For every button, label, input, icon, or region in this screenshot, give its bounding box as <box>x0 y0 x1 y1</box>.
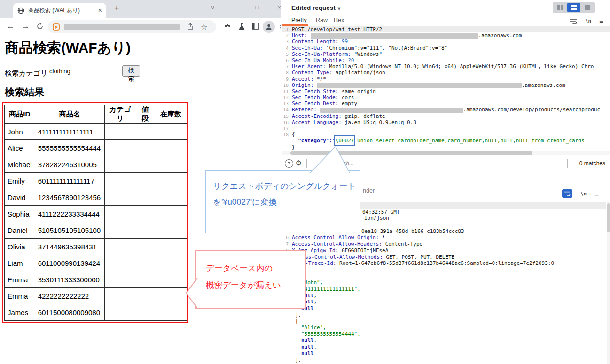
extensions-puzzle-icon[interactable] <box>224 22 232 31</box>
tab-raw[interactable]: Raw <box>316 17 328 23</box>
code-line: 1POST /develop/waf-test HTTP/2 <box>282 26 610 32</box>
request-editor[interactable]: 1POST /develop/waf-test HTTP/22Host: .am… <box>282 26 610 150</box>
table-cell: Sophia <box>5 206 35 222</box>
wrap-lines-active-icon[interactable] <box>562 189 572 198</box>
scrollbar-thumb[interactable] <box>607 203 610 232</box>
layout-toggle-group <box>553 2 595 13</box>
tab-pretty[interactable]: Pretty <box>291 17 307 23</box>
layout-stacked-button[interactable] <box>567 3 580 12</box>
table-cell <box>104 206 136 222</box>
bookmark-star-icon[interactable]: ☆ <box>201 23 207 31</box>
layout-single-button[interactable] <box>581 3 594 12</box>
table-cell: Michael <box>5 156 35 173</box>
show-newlines-icon[interactable]: \n <box>580 191 587 197</box>
code-line: cess-Control-Allow-Methods: GET, POST, P… <box>282 254 606 261</box>
table-cell <box>136 288 155 304</box>
code-segment: .amazonaws.com/develop/products/searchpr… <box>463 107 600 113</box>
bars <box>571 5 577 10</box>
table-header-row: 商品ID商品名カテゴリ値段在庫数 <box>5 105 187 124</box>
code-line: "4111111111111111", <box>282 286 606 293</box>
table-cell: Emma <box>5 271 35 288</box>
code-segment: null <box>301 344 314 350</box>
code-line: 3Content-Length: 99 <box>282 39 610 45</box>
table-cell <box>155 304 187 321</box>
line-number: 4 <box>282 45 289 51</box>
request-tabs-row: Pretty Raw Hex \n ≡ <box>281 15 610 26</box>
code-line: null, <box>282 299 606 305</box>
request-panel-title[interactable]: Edited request ∨ <box>291 4 341 11</box>
code-segment: ion/json <box>364 215 389 221</box>
table-cell: Olivia <box>5 239 35 255</box>
tab-render-fragment[interactable]: nder <box>363 187 375 194</box>
reload-icon[interactable] <box>36 23 44 30</box>
table-cell <box>104 239 136 255</box>
code-segment: } <box>292 144 295 150</box>
table-cell: 1234567890123456 <box>35 189 104 206</box>
editor-menu-icon[interactable]: ≡ <box>599 17 603 25</box>
code-segment: 99 <box>342 39 348 45</box>
table-row: Daniel5105105105105100 <box>5 222 187 239</box>
url-redacted-blob <box>64 24 180 30</box>
chevron-down-icon: ∨ <box>337 5 341 11</box>
code-segment: cors <box>342 94 354 101</box>
site-info-lightning-icon[interactable] <box>53 23 60 31</box>
show-newlines-icon[interactable]: \n <box>585 18 591 24</box>
profile-avatar[interactable] <box>263 21 275 33</box>
code-segment: same-origin <box>342 88 376 94</box>
back-icon[interactable]: ← <box>7 22 15 31</box>
table-cell <box>155 206 187 222</box>
code-line: 16Accept-Language: ja,en-US;q=0.9,en;q=0… <box>282 119 610 125</box>
code-line: [ <box>282 318 606 325</box>
table-row: Liam6011000990139424 <box>5 255 187 271</box>
search-category-input[interactable] <box>47 66 121 76</box>
window-chevron-icon[interactable]: ∨ <box>211 4 215 11</box>
code-line: 5Sec-Ch-Ua-Platform: "Windows" <box>282 51 610 57</box>
code-line <box>282 267 606 273</box>
code-segment: Accept-Language: <box>292 119 345 125</box>
code-segment: Content-Type <box>385 241 422 247</box>
window-minimize-icon[interactable]: – <box>234 4 237 11</box>
side-panel-icon[interactable] <box>251 22 259 30</box>
code-line: "5555555555554444", <box>282 331 606 338</box>
line-number: 10 <box>282 82 289 88</box>
browser-tab[interactable]: 商品検索 (WAFあり) × <box>13 3 106 18</box>
code-line: 15Accept-Encoding: gzip, deflate <box>282 113 610 119</box>
window-maximize-icon[interactable]: □ <box>255 4 259 11</box>
code-segment: gzip, deflate <box>345 113 385 119</box>
table-cell <box>155 140 187 156</box>
address-bar[interactable]: ☆ <box>48 20 216 33</box>
table-cell: Alice <box>5 140 35 156</box>
line-number: 7 <box>282 63 289 70</box>
callout-tail-pointer <box>182 274 198 311</box>
table-cell: James <box>5 304 35 321</box>
table-cell <box>136 239 155 255</box>
callout-data-leak: データベース内の 機密データが漏えい <box>195 250 306 309</box>
code-segment: User-Agent: <box>292 63 329 70</box>
request-gutter-line <box>290 26 290 150</box>
search-button[interactable]: 検索 <box>122 65 140 77</box>
results-table-body: John4111111111111111Alice555555555555444… <box>5 124 187 321</box>
layout-columns-button[interactable] <box>554 3 566 12</box>
help-icon[interactable]: ? <box>285 159 293 168</box>
line-number: 8 <box>282 70 289 76</box>
table-row: Alice5555555555554444 <box>5 140 187 156</box>
table-cell: John <box>5 124 35 140</box>
response-vertical-scrollbar[interactable] <box>607 202 610 364</box>
tab-close-icon[interactable]: × <box>98 7 102 14</box>
table-cell <box>104 156 136 173</box>
tab-hex[interactable]: Hex <box>334 17 344 23</box>
code-segment: Mozilla/5.0 (Windows NT 10.0; Win64; x64… <box>329 63 594 70</box>
tab-title: 商品検索 (WAFあり) <box>28 7 98 15</box>
code-segment: , <box>314 293 317 299</box>
share-icon[interactable] <box>186 23 195 31</box>
table-cell <box>104 288 136 304</box>
new-tab-button[interactable]: + <box>114 4 119 14</box>
flask-icon[interactable] <box>238 22 246 31</box>
table-cell <box>136 189 155 206</box>
forward-icon[interactable]: → <box>22 22 30 31</box>
table-cell <box>104 255 136 271</box>
code-segment: ja,en-US;q=0.9,en;q=0.8 <box>345 119 416 125</box>
code-segment: Root=1-647eb6f8-55d37f661d8c137b46448ac6… <box>339 260 554 266</box>
editor-menu-icon[interactable]: ≡ <box>594 190 599 198</box>
wrap-lines-icon[interactable] <box>570 18 577 24</box>
